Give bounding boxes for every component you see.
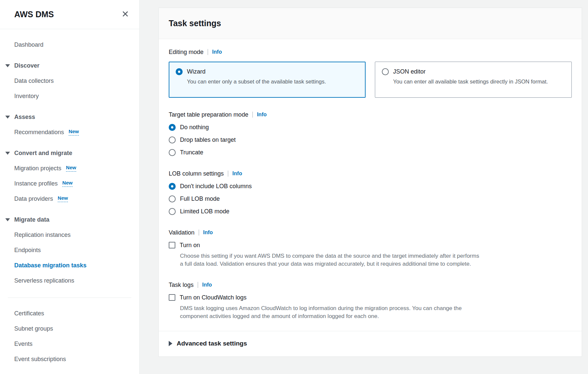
caret-down-icon <box>5 152 10 155</box>
sidebar-section-label: Assess <box>14 114 35 121</box>
radio-option-limited-lob-mode[interactable]: Limited LOB mode <box>169 207 572 216</box>
sidebar-item-label: Certificates <box>14 310 44 317</box>
radio-option-label: Full LOB mode <box>180 195 220 202</box>
sidebar-section-convert-and-migrate[interactable]: Convert and migrate <box>0 145 139 161</box>
advanced-task-settings-expander[interactable]: Advanced task settings <box>169 340 572 347</box>
radio-selected-icon[interactable] <box>169 124 176 131</box>
sidebar-item-label: Migration projects <box>14 165 61 172</box>
sidebar-item-inventory[interactable]: Inventory <box>0 88 139 104</box>
sidebar-header: AWS DMS <box>0 0 139 29</box>
checkbox-unchecked-icon[interactable] <box>169 294 175 301</box>
sidebar-item-label: Event subscriptions <box>14 356 66 363</box>
new-badge: New <box>58 195 68 202</box>
sidebar-item-serverless-replications[interactable]: Serverless replications <box>0 273 139 288</box>
target-table-options: Do nothingDrop tables on targetTruncate <box>169 123 572 157</box>
advanced-task-settings-section: Advanced task settings <box>159 331 582 356</box>
validation-turn-on-checkbox-row[interactable]: Turn on <box>169 241 572 249</box>
radio-icon[interactable] <box>169 136 176 143</box>
sidebar: AWS DMS DashboardDiscoverData collectors… <box>0 0 140 374</box>
sidebar-item-data-providers[interactable]: Data providersNew <box>0 191 139 206</box>
radio-option-do-nothing[interactable]: Do nothing <box>169 123 572 132</box>
radio-selected-icon[interactable] <box>176 68 183 75</box>
sidebar-item-label: Instance profiles <box>14 180 58 187</box>
radio-option-label: Truncate <box>180 149 203 156</box>
radio-option-full-lob-mode[interactable]: Full LOB mode <box>169 194 572 203</box>
label-separator <box>199 230 199 236</box>
tile-radio-row: Wizard <box>176 68 359 75</box>
caret-down-icon <box>5 116 10 119</box>
sidebar-item-label: Data collectors <box>14 78 54 84</box>
task-logs-label: Task logs <box>169 282 194 289</box>
sidebar-item-label: Inventory <box>14 93 39 100</box>
sidebar-item-event-subscriptions[interactable]: Event subscriptions <box>0 351 139 367</box>
label-separator <box>252 112 253 118</box>
sidebar-item-certificates[interactable]: Certificates <box>0 306 139 321</box>
radio-icon[interactable] <box>382 68 389 75</box>
target-table-label: Target table preparation mode <box>169 111 248 118</box>
card-header: Task settings <box>159 8 582 39</box>
sidebar-item-database-migration-tasks[interactable]: Database migration tasks <box>0 258 139 273</box>
info-link[interactable]: Info <box>203 230 213 236</box>
checkbox-unchecked-icon[interactable] <box>169 242 175 248</box>
info-link[interactable]: Info <box>212 49 222 55</box>
sidebar-item-instance-profiles[interactable]: Instance profilesNew <box>0 176 139 191</box>
tile-description: You can enter only a subset of the avail… <box>187 78 359 85</box>
close-icon <box>122 10 129 19</box>
editing-mode-group: Editing mode Info WizardYou can enter on… <box>169 48 572 98</box>
tile-description: You can enter all available task setting… <box>393 78 565 85</box>
task-logs-description: DMS task logging uses Amazon CloudWatch … <box>180 304 483 320</box>
radio-option-drop-tables-on-target[interactable]: Drop tables on target <box>169 135 572 144</box>
sidebar-nav: DashboardDiscoverData collectorsInventor… <box>0 29 139 367</box>
validation-description: Choose this setting if you want AWS DMS … <box>180 252 483 268</box>
sidebar-item-endpoints[interactable]: Endpoints <box>0 242 139 258</box>
radio-selected-icon[interactable] <box>169 183 176 190</box>
editing-mode-option-wizard[interactable]: WizardYou can enter only a subset of the… <box>169 62 366 98</box>
info-link[interactable]: Info <box>232 171 242 177</box>
card-body: Editing mode Info WizardYou can enter on… <box>159 39 582 320</box>
editing-mode-label-row: Editing mode Info <box>169 48 572 56</box>
radio-icon[interactable] <box>169 208 176 215</box>
sidebar-item-label: Subnet groups <box>14 325 53 332</box>
sidebar-item-label: Database migration tasks <box>14 262 87 269</box>
task-logs-group: Task logs Info Turn on CloudWatch logs D… <box>169 281 572 320</box>
sidebar-item-events[interactable]: Events <box>0 336 139 351</box>
close-button[interactable] <box>121 10 130 19</box>
radio-icon[interactable] <box>169 149 176 156</box>
sidebar-section-migrate-data[interactable]: Migrate data <box>0 212 139 227</box>
sidebar-item-subnet-groups[interactable]: Subnet groups <box>0 321 139 336</box>
sidebar-item-replication-instances[interactable]: Replication instances <box>0 227 139 242</box>
radio-option-don-t-include-lob-columns[interactable]: Don't include LOB columns <box>169 182 572 190</box>
lob-label: LOB column settings <box>169 170 224 177</box>
sidebar-section-discover[interactable]: Discover <box>0 58 139 73</box>
task-logs-label-row: Task logs Info <box>169 281 572 289</box>
radio-option-label: Limited LOB mode <box>180 208 229 215</box>
sidebar-item-label: Recommendations <box>14 129 64 136</box>
radio-icon[interactable] <box>169 195 176 202</box>
sidebar-item-dashboard[interactable]: Dashboard <box>0 37 139 52</box>
cloudwatch-logs-checkbox-row[interactable]: Turn on CloudWatch logs <box>169 293 572 302</box>
sidebar-item-label: Events <box>14 341 32 347</box>
sidebar-item-data-collectors[interactable]: Data collectors <box>0 73 139 88</box>
info-link[interactable]: Info <box>202 282 212 288</box>
sidebar-divider <box>8 297 131 298</box>
sidebar-item-recommendations[interactable]: RecommendationsNew <box>0 125 139 140</box>
tile-title: Wizard <box>187 68 206 75</box>
new-badge: New <box>62 180 73 187</box>
sidebar-section-assess[interactable]: Assess <box>0 109 139 125</box>
info-link[interactable]: Info <box>257 112 266 118</box>
sidebar-section-label: Migrate data <box>14 216 49 223</box>
lob-column-settings-group: LOB column settings Info Don't include L… <box>169 170 572 216</box>
sidebar-item-label: Dashboard <box>14 41 43 48</box>
radio-option-label: Don't include LOB columns <box>180 183 252 190</box>
sidebar-item-label: Endpoints <box>14 247 41 254</box>
label-separator <box>228 171 228 177</box>
radio-option-truncate[interactable]: Truncate <box>169 148 572 157</box>
lob-label-row: LOB column settings Info <box>169 170 572 177</box>
editing-mode-option-json-editor[interactable]: JSON editorYou can enter all available t… <box>375 62 572 98</box>
label-separator <box>207 49 208 55</box>
sidebar-item-label: Data providers <box>14 195 53 202</box>
target-table-preparation-group: Target table preparation mode Info Do no… <box>169 111 572 157</box>
sidebar-item-migration-projects[interactable]: Migration projectsNew <box>0 161 139 176</box>
caret-down-icon <box>5 218 10 221</box>
sidebar-item-label: Replication instances <box>14 232 71 239</box>
